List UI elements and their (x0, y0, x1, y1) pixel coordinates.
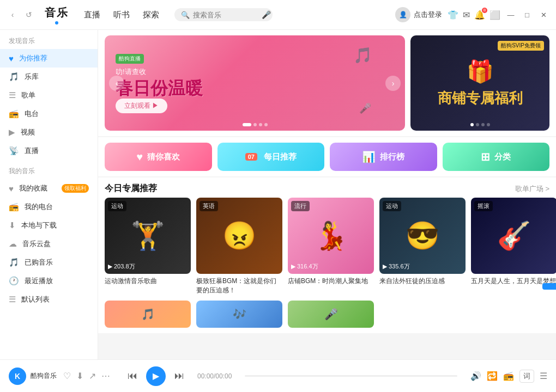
banner-dot-1[interactable] (243, 123, 251, 126)
side-dot-3[interactable] (481, 123, 485, 126)
sidebar-live-label: 直播 (25, 146, 39, 156)
banner-cta-button[interactable]: 立刻观看 ▶ (116, 99, 167, 113)
side-banner[interactable]: 酷狗SVIP免费领 🎁 商铺专属福利 (410, 35, 549, 131)
default-icon: ☰ (9, 295, 16, 304)
equalizer-icon[interactable]: 📻 (503, 371, 514, 381)
banner-dot-3[interactable] (259, 123, 262, 126)
sidebar-item-purchased[interactable]: 🎵 已购音乐 (0, 253, 98, 272)
my-music-section-title: 我的音乐 (0, 160, 98, 179)
purchased-icon: 🎵 (9, 258, 19, 267)
banner-dot-4[interactable] (264, 123, 268, 126)
content-area: ‹ 酷狗直播 叻!请查收 春日份温暖 立刻观看 ▶ 🎵 🎤 › (98, 30, 556, 359)
player-progress-bar[interactable] (245, 375, 457, 377)
sidebar-item-playlist[interactable]: ☰ 歌单 (0, 86, 98, 105)
library-icon: 🎵 (9, 72, 19, 82)
side-banner-content: 🎁 商铺专属福利 (429, 50, 531, 117)
title-nav: 直播 听书 探索 (84, 8, 159, 22)
player-play-button[interactable]: ▶ (146, 366, 166, 386)
skin-icon[interactable]: 👕 (448, 10, 458, 20)
notification-badge: 8 (482, 8, 487, 13)
chart-button[interactable]: 📊 排行榜 (330, 143, 437, 171)
side-dot-4[interactable] (487, 123, 490, 126)
pop1-playcount: ▶316.4万 (291, 262, 318, 271)
side-banner-title: 商铺专属福利 (438, 89, 523, 108)
banner-next-button[interactable]: › (385, 76, 401, 91)
more-card-2[interactable]: 🎶 (196, 301, 282, 328)
playlist-toggle-icon[interactable]: ☰ (540, 371, 547, 381)
banner-area: ‹ 酷狗直播 叻!请查收 春日份温暖 立刻观看 ▶ 🎵 🎤 › (98, 30, 556, 136)
recent-icon: 🕐 (9, 276, 19, 286)
settings-icon[interactable]: ⬜ (489, 10, 500, 20)
sidebar-item-library[interactable]: 🎵 乐库 (0, 68, 98, 86)
playlist-card-pop1[interactable]: 💃 流行 ▶316.4万 店铺BGM：时尚潮人聚集地 (288, 198, 374, 295)
side-dot-2[interactable] (476, 123, 479, 126)
pop1-title: 店铺BGM：时尚潮人聚集地 (288, 277, 374, 286)
rock1-tag: 摇滚 (474, 201, 493, 211)
sidebar-favorites-label: 我的收藏 (19, 183, 47, 193)
forward-button[interactable]: ↺ (23, 9, 35, 21)
loop-icon[interactable]: 🔁 (487, 371, 498, 381)
sidebar-item-recent[interactable]: 🕐 最近播放 (0, 272, 98, 290)
notification-icon[interactable]: 🔔8 (474, 10, 485, 20)
favorites-badge: 领取福利 (62, 184, 89, 193)
daily-recommend-button[interactable]: 07 每日推荐 (217, 143, 325, 171)
sidebar-item-favorites[interactable]: ♥ 我的收藏 领取福利 (0, 179, 98, 198)
player-share-icon[interactable]: ↗ (89, 371, 96, 381)
today-section-title: 今日专属推荐 (105, 183, 157, 194)
search-bar[interactable]: 🔍 🎤 (174, 8, 273, 21)
sidebar-item-myradio[interactable]: 📻 我的电台 (0, 198, 98, 216)
main-banner[interactable]: ‹ 酷狗直播 叻!请查收 春日份温暖 立刻观看 ▶ 🎵 🎤 › (105, 35, 405, 131)
player-actions-left: ♡ ⬇ ↗ ⋯ (63, 371, 110, 381)
sidebar-item-default[interactable]: ☰ 默认列表 (0, 290, 98, 309)
playlist-card-sports2[interactable]: 😎 运动 ▶335.6万 来自法外狂徒的压迫感 (379, 198, 466, 295)
playlist-plaza-link[interactable]: 歌单广场 > (515, 184, 549, 194)
side-dot-1[interactable] (470, 123, 474, 126)
banner-prev-button[interactable]: ‹ (109, 76, 124, 91)
nav-audiobook[interactable]: 听书 (113, 8, 130, 22)
volume-icon[interactable]: 🔊 (470, 371, 481, 381)
user-area[interactable]: 👤 点击登录 (395, 7, 442, 22)
main-layout: 发现音乐 ♥ 为你推荐 🎵 乐库 ☰ 歌单 📻 电台 ▶ 视频 📡 直播 我的音… (0, 30, 556, 359)
minimize-button[interactable]: — (505, 9, 517, 21)
maximize-button[interactable]: □ (521, 9, 533, 21)
sidebar-purchased-label: 已购音乐 (25, 258, 53, 267)
player-download-icon[interactable]: ⬇ (76, 371, 83, 381)
player-next-button[interactable]: ⏭ (174, 370, 184, 382)
search-input[interactable] (193, 11, 258, 19)
mail-icon[interactable]: ✉ (463, 10, 470, 20)
feedback-button[interactable]: 问题反馈 (542, 283, 556, 290)
playlist-card-english1[interactable]: 😠 英语 极致狂暴BGM：这就是你们要的压迫感！ (196, 198, 282, 295)
today-section-header: 今日专属推荐 歌单广场 > (98, 177, 556, 198)
login-button[interactable]: 点击登录 (414, 10, 442, 20)
nav-explore[interactable]: 探索 (143, 8, 159, 22)
mic-icon[interactable]: 🎤 (262, 10, 271, 19)
banner-title: 春日份温暖 (116, 78, 203, 99)
more-thumb-1: 🎵 (105, 301, 191, 328)
sidebar-recent-label: 最近播放 (25, 276, 53, 286)
player-heart-icon[interactable]: ♡ (63, 371, 71, 381)
playlist-card-rock1[interactable]: 🎸 摇滚 五月天是人生，五月天是梦想 (471, 198, 556, 295)
playlist-card-sports1[interactable]: 🏋️ 运动 ▶203.8万 运动激情音乐歌曲 (105, 198, 191, 295)
back-button[interactable]: ‹ (7, 9, 19, 21)
category-button[interactable]: ⊞ 分类 (443, 143, 550, 171)
sidebar-item-live[interactable]: 📡 直播 (0, 142, 98, 160)
title-bar: ‹ ↺ 音乐 直播 听书 探索 🔍 🎤 👤 点击登录 👕 ✉ 🔔8 ⬜ — □ (0, 0, 556, 30)
more-card-3[interactable]: 🎤 (288, 301, 374, 328)
banner-dot-2[interactable] (253, 123, 257, 126)
nav-live[interactable]: 直播 (84, 8, 100, 22)
sidebar-myradio-label: 我的电台 (25, 202, 53, 212)
sports1-playcount: ▶203.8万 (108, 262, 135, 271)
sidebar-item-local[interactable]: ⬇ 本地与下载 (0, 216, 98, 235)
guess-like-button[interactable]: ♥ 猜你喜欢 (105, 143, 212, 171)
sidebar-item-radio[interactable]: 📻 电台 (0, 105, 98, 123)
sidebar-item-recommend[interactable]: ♥ 为你推荐 (0, 49, 98, 68)
english1-title: 极致狂暴BGM：这就是你们要的压迫感！ (196, 277, 282, 295)
more-card-1[interactable]: 🎵 (105, 301, 191, 328)
player-prev-button[interactable]: ⏮ (128, 370, 137, 382)
sidebar-item-video[interactable]: ▶ 视频 (0, 123, 98, 142)
player-more-icon[interactable]: ⋯ (101, 371, 110, 381)
title-bar-left: ‹ ↺ 音乐 直播 听书 探索 🔍 🎤 (7, 5, 273, 24)
close-button[interactable]: ✕ (537, 9, 549, 21)
lyrics-button[interactable]: 词 (519, 370, 534, 383)
sidebar-item-cloud[interactable]: ☁ 音乐云盘 (0, 235, 98, 253)
